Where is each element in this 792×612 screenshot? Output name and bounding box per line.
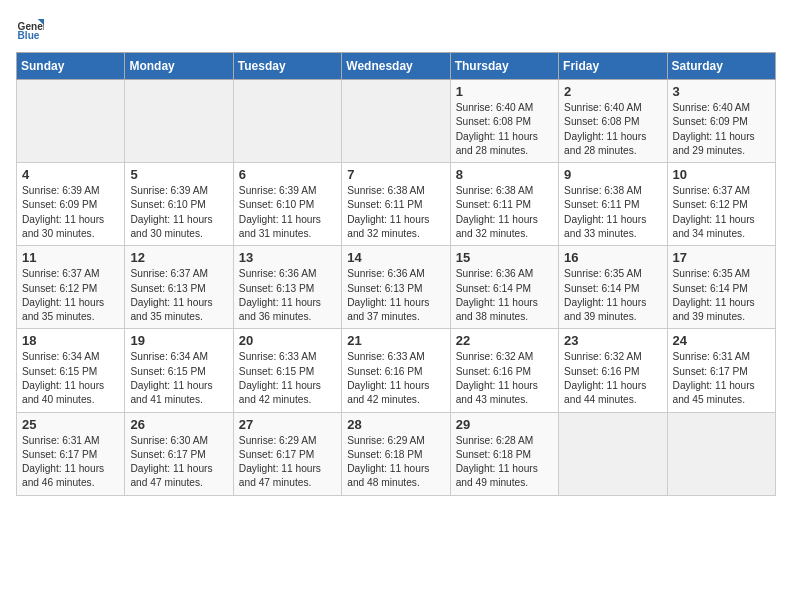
day-info: Sunrise: 6:38 AM Sunset: 6:11 PM Dayligh… [564, 184, 661, 241]
calendar-cell: 9Sunrise: 6:38 AM Sunset: 6:11 PM Daylig… [559, 163, 667, 246]
week-row-1: 1Sunrise: 6:40 AM Sunset: 6:08 PM Daylig… [17, 80, 776, 163]
day-info: Sunrise: 6:30 AM Sunset: 6:17 PM Dayligh… [130, 434, 227, 491]
day-number: 3 [673, 84, 770, 99]
day-number: 28 [347, 417, 444, 432]
week-row-2: 4Sunrise: 6:39 AM Sunset: 6:09 PM Daylig… [17, 163, 776, 246]
column-header-saturday: Saturday [667, 53, 775, 80]
day-number: 25 [22, 417, 119, 432]
calendar-cell: 13Sunrise: 6:36 AM Sunset: 6:13 PM Dayli… [233, 246, 341, 329]
calendar-cell: 22Sunrise: 6:32 AM Sunset: 6:16 PM Dayli… [450, 329, 558, 412]
calendar-cell: 4Sunrise: 6:39 AM Sunset: 6:09 PM Daylig… [17, 163, 125, 246]
calendar-cell [342, 80, 450, 163]
day-number: 16 [564, 250, 661, 265]
day-info: Sunrise: 6:40 AM Sunset: 6:08 PM Dayligh… [456, 101, 553, 158]
day-number: 11 [22, 250, 119, 265]
day-info: Sunrise: 6:38 AM Sunset: 6:11 PM Dayligh… [347, 184, 444, 241]
calendar-cell: 19Sunrise: 6:34 AM Sunset: 6:15 PM Dayli… [125, 329, 233, 412]
calendar-cell: 25Sunrise: 6:31 AM Sunset: 6:17 PM Dayli… [17, 412, 125, 495]
day-number: 23 [564, 333, 661, 348]
calendar-cell: 1Sunrise: 6:40 AM Sunset: 6:08 PM Daylig… [450, 80, 558, 163]
column-header-friday: Friday [559, 53, 667, 80]
column-header-thursday: Thursday [450, 53, 558, 80]
day-info: Sunrise: 6:39 AM Sunset: 6:09 PM Dayligh… [22, 184, 119, 241]
svg-text:Blue: Blue [18, 30, 40, 41]
day-number: 18 [22, 333, 119, 348]
calendar-cell: 10Sunrise: 6:37 AM Sunset: 6:12 PM Dayli… [667, 163, 775, 246]
calendar-cell: 3Sunrise: 6:40 AM Sunset: 6:09 PM Daylig… [667, 80, 775, 163]
day-info: Sunrise: 6:38 AM Sunset: 6:11 PM Dayligh… [456, 184, 553, 241]
day-info: Sunrise: 6:37 AM Sunset: 6:13 PM Dayligh… [130, 267, 227, 324]
day-number: 27 [239, 417, 336, 432]
day-number: 20 [239, 333, 336, 348]
day-number: 10 [673, 167, 770, 182]
calendar-header-row: SundayMondayTuesdayWednesdayThursdayFrid… [17, 53, 776, 80]
day-info: Sunrise: 6:36 AM Sunset: 6:13 PM Dayligh… [239, 267, 336, 324]
day-info: Sunrise: 6:39 AM Sunset: 6:10 PM Dayligh… [239, 184, 336, 241]
day-number: 1 [456, 84, 553, 99]
column-header-tuesday: Tuesday [233, 53, 341, 80]
day-number: 6 [239, 167, 336, 182]
day-info: Sunrise: 6:40 AM Sunset: 6:08 PM Dayligh… [564, 101, 661, 158]
column-header-sunday: Sunday [17, 53, 125, 80]
week-row-3: 11Sunrise: 6:37 AM Sunset: 6:12 PM Dayli… [17, 246, 776, 329]
calendar-cell: 14Sunrise: 6:36 AM Sunset: 6:13 PM Dayli… [342, 246, 450, 329]
day-number: 24 [673, 333, 770, 348]
calendar-cell: 2Sunrise: 6:40 AM Sunset: 6:08 PM Daylig… [559, 80, 667, 163]
calendar-cell: 6Sunrise: 6:39 AM Sunset: 6:10 PM Daylig… [233, 163, 341, 246]
calendar-cell: 24Sunrise: 6:31 AM Sunset: 6:17 PM Dayli… [667, 329, 775, 412]
calendar-cell: 15Sunrise: 6:36 AM Sunset: 6:14 PM Dayli… [450, 246, 558, 329]
day-number: 5 [130, 167, 227, 182]
column-header-monday: Monday [125, 53, 233, 80]
calendar-cell: 20Sunrise: 6:33 AM Sunset: 6:15 PM Dayli… [233, 329, 341, 412]
calendar-cell: 23Sunrise: 6:32 AM Sunset: 6:16 PM Dayli… [559, 329, 667, 412]
day-info: Sunrise: 6:40 AM Sunset: 6:09 PM Dayligh… [673, 101, 770, 158]
day-info: Sunrise: 6:36 AM Sunset: 6:14 PM Dayligh… [456, 267, 553, 324]
calendar-cell [667, 412, 775, 495]
calendar-cell: 26Sunrise: 6:30 AM Sunset: 6:17 PM Dayli… [125, 412, 233, 495]
day-number: 26 [130, 417, 227, 432]
day-info: Sunrise: 6:34 AM Sunset: 6:15 PM Dayligh… [130, 350, 227, 407]
day-number: 17 [673, 250, 770, 265]
calendar-table: SundayMondayTuesdayWednesdayThursdayFrid… [16, 52, 776, 496]
day-number: 29 [456, 417, 553, 432]
day-number: 7 [347, 167, 444, 182]
day-info: Sunrise: 6:29 AM Sunset: 6:18 PM Dayligh… [347, 434, 444, 491]
calendar-cell [17, 80, 125, 163]
week-row-5: 25Sunrise: 6:31 AM Sunset: 6:17 PM Dayli… [17, 412, 776, 495]
column-header-wednesday: Wednesday [342, 53, 450, 80]
calendar-cell [125, 80, 233, 163]
day-info: Sunrise: 6:31 AM Sunset: 6:17 PM Dayligh… [673, 350, 770, 407]
day-info: Sunrise: 6:33 AM Sunset: 6:15 PM Dayligh… [239, 350, 336, 407]
calendar-cell: 11Sunrise: 6:37 AM Sunset: 6:12 PM Dayli… [17, 246, 125, 329]
day-number: 14 [347, 250, 444, 265]
day-number: 9 [564, 167, 661, 182]
day-info: Sunrise: 6:35 AM Sunset: 6:14 PM Dayligh… [673, 267, 770, 324]
day-info: Sunrise: 6:31 AM Sunset: 6:17 PM Dayligh… [22, 434, 119, 491]
logo: General Blue [16, 16, 46, 44]
day-number: 8 [456, 167, 553, 182]
day-info: Sunrise: 6:28 AM Sunset: 6:18 PM Dayligh… [456, 434, 553, 491]
day-number: 13 [239, 250, 336, 265]
calendar-cell: 8Sunrise: 6:38 AM Sunset: 6:11 PM Daylig… [450, 163, 558, 246]
calendar-cell: 27Sunrise: 6:29 AM Sunset: 6:17 PM Dayli… [233, 412, 341, 495]
calendar-cell: 12Sunrise: 6:37 AM Sunset: 6:13 PM Dayli… [125, 246, 233, 329]
day-info: Sunrise: 6:29 AM Sunset: 6:17 PM Dayligh… [239, 434, 336, 491]
logo-icon: General Blue [16, 16, 44, 44]
page-header: General Blue [16, 16, 776, 44]
day-info: Sunrise: 6:39 AM Sunset: 6:10 PM Dayligh… [130, 184, 227, 241]
calendar-cell: 21Sunrise: 6:33 AM Sunset: 6:16 PM Dayli… [342, 329, 450, 412]
calendar-cell: 29Sunrise: 6:28 AM Sunset: 6:18 PM Dayli… [450, 412, 558, 495]
week-row-4: 18Sunrise: 6:34 AM Sunset: 6:15 PM Dayli… [17, 329, 776, 412]
day-info: Sunrise: 6:34 AM Sunset: 6:15 PM Dayligh… [22, 350, 119, 407]
calendar-cell: 18Sunrise: 6:34 AM Sunset: 6:15 PM Dayli… [17, 329, 125, 412]
day-number: 21 [347, 333, 444, 348]
day-info: Sunrise: 6:35 AM Sunset: 6:14 PM Dayligh… [564, 267, 661, 324]
calendar-cell: 7Sunrise: 6:38 AM Sunset: 6:11 PM Daylig… [342, 163, 450, 246]
day-number: 2 [564, 84, 661, 99]
day-info: Sunrise: 6:36 AM Sunset: 6:13 PM Dayligh… [347, 267, 444, 324]
day-number: 22 [456, 333, 553, 348]
day-number: 19 [130, 333, 227, 348]
day-info: Sunrise: 6:37 AM Sunset: 6:12 PM Dayligh… [673, 184, 770, 241]
day-info: Sunrise: 6:32 AM Sunset: 6:16 PM Dayligh… [456, 350, 553, 407]
day-number: 15 [456, 250, 553, 265]
